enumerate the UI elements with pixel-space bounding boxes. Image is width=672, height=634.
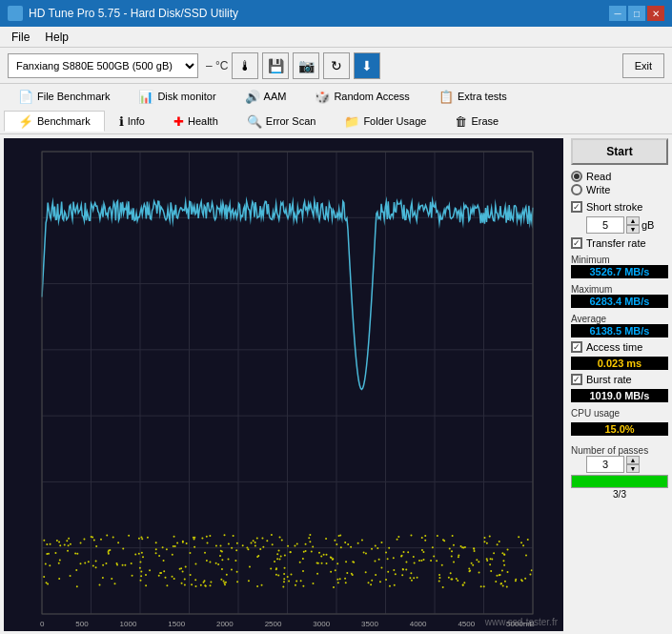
chart-area: MB/s ms 7000 6000 5000 4000 3000 2000 10… (4, 138, 563, 631)
toolbar-icons: – °C 🌡 💾 📷 ↻ ⬇ (206, 52, 380, 79)
passes-label: Number of passes (571, 445, 668, 456)
menubar: File Help (0, 27, 672, 48)
radio-write[interactable]: Write (571, 184, 668, 195)
radio-write-circle (571, 184, 582, 195)
main-content: MB/s ms 7000 6000 5000 4000 3000 2000 10… (0, 134, 672, 634)
tab-disk-monitor[interactable]: 📊 Disk monitor (124, 86, 230, 107)
passes-spin-buttons: ▲ ▼ (626, 456, 640, 473)
disk-select[interactable]: Fanxiang S880E 500GB (500 gB) (8, 53, 198, 78)
tab-random-access[interactable]: 🎲 Random Access (300, 86, 423, 107)
passes-input[interactable] (586, 456, 624, 473)
access-time-value: 0.023 ms (571, 357, 668, 370)
camera-icon-btn[interactable]: 📷 (293, 52, 319, 79)
transfer-rate-checkbox[interactable] (571, 237, 582, 249)
maximum-label: Maximum (571, 284, 668, 295)
burst-rate-value: 1019.0 MB/s (571, 389, 668, 402)
maximum-value: 6283.4 MB/s (571, 295, 668, 308)
temp-label: – °C (206, 59, 228, 72)
tab-row-2: ⚡ Benchmark ℹ Info ✚ Health 🔍 Error Scan… (0, 109, 672, 133)
erase-icon: 🗑 (455, 114, 467, 129)
folder-usage-icon: 📁 (344, 114, 359, 129)
minimum-value: 3526.7 MB/s (571, 265, 668, 278)
tab-health[interactable]: ✚ Health (159, 111, 233, 132)
download-icon-btn[interactable]: ⬇ (354, 52, 380, 79)
minimum-section: Minimum 3526.7 MB/s (571, 253, 668, 278)
passes-spin-up[interactable]: ▲ (626, 456, 640, 464)
progress-bar-inner (572, 476, 667, 487)
tab-extra-tests[interactable]: 📋 Extra tests (424, 86, 521, 107)
exit-button[interactable]: Exit (622, 53, 664, 78)
menu-file[interactable]: File (4, 29, 37, 46)
access-time-checkbox[interactable] (571, 341, 582, 353)
short-stroke-spin-buttons: ▲ ▼ (626, 216, 640, 234)
file-benchmark-icon: 📄 (18, 90, 33, 104)
maximum-section: Maximum 6283.4 MB/s (571, 282, 668, 308)
short-stroke-checkbox-row[interactable]: Short stroke (571, 201, 668, 213)
transfer-rate-checkbox-row[interactable]: Transfer rate (571, 237, 668, 249)
short-stroke-spin-down[interactable]: ▼ (626, 225, 640, 234)
passes-spinbox-row: ▲ ▼ (586, 456, 668, 473)
window-title: HD Tune Pro 5.75 - Hard Disk/SSD Utility (29, 7, 609, 20)
benchmark-chart (4, 138, 563, 631)
benchmark-icon: ⚡ (18, 114, 33, 129)
error-scan-icon: 🔍 (247, 114, 262, 129)
tab-folder-usage[interactable]: 📁 Folder Usage (330, 111, 440, 132)
average-label: Average (571, 314, 668, 324)
cpu-usage-value: 15.0% (571, 422, 668, 436)
info-icon: ℹ (119, 114, 124, 129)
access-time-checkbox-row[interactable]: Access time (571, 341, 668, 353)
radio-group: Read Write (571, 171, 668, 195)
average-section: Average 6138.5 MB/s (571, 312, 668, 337)
tab-info[interactable]: ℹ Info (105, 111, 159, 132)
passes-spin-down[interactable]: ▼ (626, 464, 640, 473)
extra-tests-icon: 📋 (438, 90, 454, 104)
window-controls: ─ □ ✕ (609, 6, 664, 21)
minimum-label: Minimum (571, 255, 668, 265)
tab-row-1: 📄 File Benchmark 📊 Disk monitor 🔊 AAM 🎲 … (0, 84, 672, 109)
short-stroke-input[interactable] (586, 216, 624, 234)
toolbar: Fanxiang S880E 500GB (500 gB) – °C 🌡 💾 📷… (0, 48, 672, 84)
disk-monitor-icon: 📊 (138, 90, 153, 104)
disk-icon-btn[interactable]: 💾 (262, 52, 289, 79)
watermark: www.ssd-tester.fr (485, 617, 558, 627)
refresh-icon-btn[interactable]: ↻ (323, 52, 350, 79)
right-panel: Start Read Write Short stroke ▲ ▼ gB (567, 134, 672, 634)
close-button[interactable]: ✕ (647, 6, 664, 21)
tabs-container: 📄 File Benchmark 📊 Disk monitor 🔊 AAM 🎲 … (0, 84, 672, 134)
short-stroke-unit: gB (641, 219, 654, 231)
minimize-button[interactable]: ─ (609, 6, 626, 21)
tab-file-benchmark[interactable]: 📄 File Benchmark (4, 86, 124, 107)
app-icon (8, 6, 23, 21)
progress-bar-outer (571, 475, 668, 488)
random-access-icon: 🎲 (315, 90, 330, 104)
burst-rate-checkbox-row[interactable]: Burst rate (571, 374, 668, 385)
menu-help[interactable]: Help (37, 29, 76, 46)
tab-benchmark[interactable]: ⚡ Benchmark (4, 111, 105, 132)
short-stroke-checkbox[interactable] (571, 201, 582, 213)
info-icon-btn[interactable]: 🌡 (232, 52, 258, 79)
short-stroke-spin-up[interactable]: ▲ (626, 216, 640, 225)
start-button[interactable]: Start (571, 138, 668, 165)
tab-erase[interactable]: 🗑 Erase (440, 111, 513, 132)
progress-label: 3/3 (571, 489, 668, 500)
cpu-usage-label: CPU usage (571, 408, 668, 419)
tab-error-scan[interactable]: 🔍 Error Scan (233, 111, 331, 132)
short-stroke-spinbox-row: ▲ ▼ gB (586, 216, 668, 234)
aam-icon: 🔊 (245, 90, 260, 104)
maximize-button[interactable]: □ (628, 6, 645, 21)
radio-read[interactable]: Read (571, 171, 668, 182)
health-icon: ✚ (173, 114, 184, 129)
tab-aam[interactable]: 🔊 AAM (231, 86, 301, 107)
progress-container: Number of passes ▲ ▼ 3/3 (571, 443, 668, 500)
x-labels: 0 500 1000 1500 2000 2500 3000 3500 4000… (40, 616, 535, 631)
burst-rate-checkbox[interactable] (571, 374, 582, 385)
radio-read-circle (571, 171, 582, 182)
titlebar: HD Tune Pro 5.75 - Hard Disk/SSD Utility… (0, 0, 672, 27)
average-value: 6138.5 MB/s (571, 324, 668, 337)
